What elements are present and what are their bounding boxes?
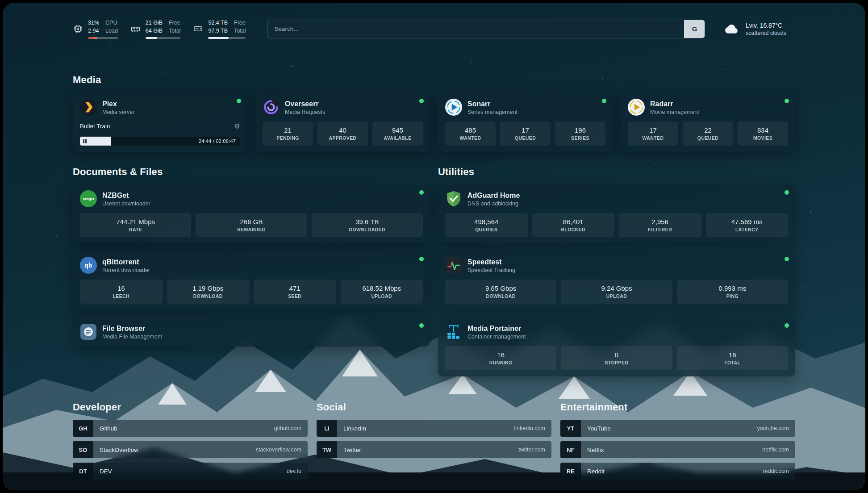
bookmark-group-developer: Developer GH Github github.com SO StackO… — [73, 401, 308, 480]
app-card-qbittorrent[interactable]: qb qBittorrent Torrent downloader 16 LEE… — [73, 251, 430, 310]
cloud-icon — [724, 21, 740, 37]
bookmark-name: LinkedIn — [343, 425, 366, 432]
stat-tile-filtered: 2,956 FILTERED — [619, 213, 701, 237]
stat-label: FILTERED — [648, 227, 672, 232]
app-subtitle: Series management — [467, 109, 517, 115]
stat-label: TOTAL — [724, 360, 740, 365]
bookmark-name: StackOverflow — [100, 447, 138, 453]
divider — [73, 48, 795, 48]
stat-value: 618.52 Mbps — [362, 284, 401, 292]
search-engine-button[interactable]: G — [684, 20, 705, 38]
section-title-documents: Documents & Files — [73, 166, 430, 178]
app-name: AdGuard Home — [467, 191, 520, 201]
stat-value: 9.24 Gbps — [601, 284, 632, 292]
stat-label: PING — [726, 293, 739, 299]
status-dot — [785, 190, 789, 195]
memory-icon — [130, 24, 141, 34]
pause-icon[interactable] — [83, 139, 87, 143]
app-card-radarr[interactable]: Radarr Movie management 17 WANTED 22 QUE… — [621, 92, 795, 152]
stat-value: 471 — [289, 284, 300, 292]
app-card-nzbget[interactable]: nzbget NZBGet Usenet downloader 744.21 M… — [73, 184, 430, 243]
settings-gear-icon[interactable]: ⚙ — [234, 123, 240, 130]
system-metrics: 31% 2.94 CPU Load — [73, 19, 246, 39]
stat-label: RATE — [129, 227, 142, 232]
bookmark-abbr: LI — [317, 420, 337, 437]
stat-tile-stopped: 0 STOPPED — [561, 346, 672, 370]
bookmark-netflix[interactable]: NF Netflix netflix.com — [560, 441, 795, 458]
app-card-overseerr[interactable]: Overseerr Media Requests 21 PENDING 40 A… — [255, 92, 430, 152]
app-card-sonarr[interactable]: Sonarr Series management 485 WANTED 17 Q… — [438, 92, 613, 152]
app-card-speedtest[interactable]: Speedtest Speedtest Tracking 9.65 Gbps D… — [438, 251, 795, 310]
topbar: 31% 2.94 CPU Load — [73, 19, 795, 39]
overseerr-icon — [263, 99, 280, 116]
stat-tile-movies: 834 MOVIES — [738, 121, 788, 146]
filebrowser-icon — [80, 323, 97, 340]
disk-total-label: Total — [234, 27, 246, 35]
hard-drive-icon — [193, 24, 203, 34]
weather-widget: Lviv, 16.87°C scattered clouds — [724, 21, 795, 37]
stat-tile-wanted: 17 WANTED — [628, 121, 678, 146]
qbittorrent-icon: qb — [80, 257, 97, 274]
bookmark-abbr: YT — [560, 420, 581, 437]
stat-label: UPLOAD — [371, 293, 392, 299]
app-subtitle: Torrent downloader — [102, 267, 150, 273]
bookmark-abbr: TW — [317, 441, 337, 458]
section-title-utilities: Utilities — [438, 166, 795, 178]
app-name: Speedtest — [467, 258, 515, 267]
stat-value: 22 — [704, 126, 712, 134]
stat-value: 2,956 — [651, 218, 668, 226]
stat-label: QUEUED — [697, 135, 718, 141]
star-field — [3, 3, 4, 4]
disk-free: 52.4 TB — [208, 19, 228, 27]
status-dot — [419, 323, 424, 328]
search-input[interactable] — [267, 20, 705, 38]
stat-label: DOWNLOAD — [193, 293, 223, 299]
nzbget-icon: nzbget — [80, 190, 97, 207]
app-subtitle: Usenet downloader — [102, 201, 150, 207]
stat-label: UPLOAD — [606, 293, 627, 299]
app-card-filebrowser[interactable]: File Browser Media File Management — [73, 317, 430, 347]
dashboard-screen: 31% 2.94 CPU Load — [3, 3, 865, 490]
bookmark-abbr: GH — [73, 420, 93, 437]
bookmark-github[interactable]: GH Github github.com — [73, 420, 308, 437]
app-card-portainer[interactable]: Media Portainer Container management 16 … — [438, 317, 795, 376]
status-dot — [785, 323, 789, 328]
stat-value: 196 — [575, 126, 586, 134]
stat-label: LATENCY — [735, 227, 759, 232]
bookmark-stackoverflow[interactable]: SO StackOverflow stackoverflow.com — [73, 441, 308, 458]
bookmark-linkedin[interactable]: LI LinkedIn linkedin.com — [317, 420, 551, 437]
bookmark-twitter[interactable]: TW Twitter twitter.com — [317, 441, 551, 458]
stat-value: 86,401 — [563, 218, 584, 226]
stat-value: 47.569 ms — [731, 218, 763, 226]
ram-free: 21 GiB — [146, 19, 163, 27]
status-dot — [785, 257, 789, 261]
svg-text:nzbget: nzbget — [83, 197, 94, 201]
app-name: NZBGet — [102, 191, 150, 201]
portainer-crane-icon — [445, 323, 462, 340]
stat-label: BLOCKED — [561, 227, 585, 232]
playback-time: 24:44 / 02:06:47 — [199, 138, 236, 144]
stat-label: STOPPED — [605, 360, 629, 365]
stat-tile-seed: 471 SEED — [254, 280, 336, 304]
section-media: Media Plex Media server — [73, 74, 795, 152]
ram-metric: 21 GiB 64 GiB Free Total — [130, 19, 181, 39]
cpu-metric: 31% 2.94 CPU Load — [73, 19, 118, 39]
app-card-plex[interactable]: Plex Media server Bullet Train ⚙ 24:44 /… — [73, 92, 247, 152]
app-card-adguard[interactable]: AdGuard Home DNS and adblocking 498,564 … — [438, 184, 795, 243]
bookmark-reddit[interactable]: RE Reddit reddit.com — [560, 463, 795, 480]
app-name: Radarr — [650, 100, 699, 109]
stat-value: 498,564 — [474, 218, 498, 226]
stat-tile-queued: 17 QUEUED — [500, 121, 551, 146]
section-title-entertainment: Entertainment — [560, 401, 795, 413]
bookmark-youtube[interactable]: YT YouTube youtube.com — [560, 420, 795, 437]
bookmark-name: Twitter — [343, 447, 361, 453]
app-name: Sonarr — [467, 100, 517, 109]
app-subtitle: Container management — [467, 334, 526, 340]
stat-tile-approved: 40 APPROVED — [317, 121, 368, 146]
bookmark-dev[interactable]: DT DEV dev.to — [73, 463, 308, 480]
app-subtitle: DNS and adblocking — [467, 201, 520, 207]
playback-progress-bar[interactable]: 24:44 / 02:06:47 — [80, 137, 240, 146]
app-subtitle: Movie management — [650, 109, 699, 115]
bookmark-url: youtube.com — [757, 425, 789, 431]
bookmark-group-social: Social LI LinkedIn linkedin.com TW Twitt… — [317, 401, 551, 458]
